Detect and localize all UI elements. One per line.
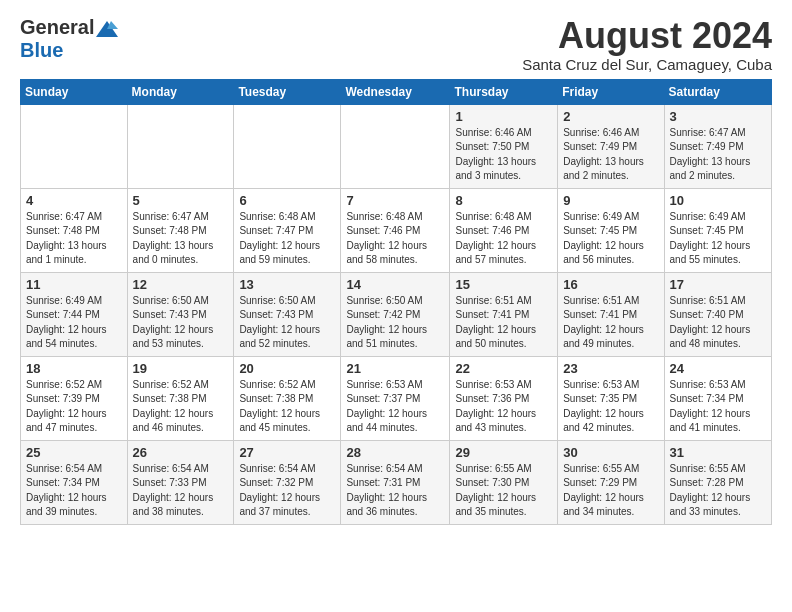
- header: General Blue August 2024 Santa Cruz del …: [20, 16, 772, 73]
- day-number: 4: [26, 193, 122, 208]
- day-info: Sunrise: 6:50 AM Sunset: 7:43 PM Dayligh…: [239, 294, 335, 352]
- calendar-cell: 18Sunrise: 6:52 AM Sunset: 7:39 PM Dayli…: [21, 356, 128, 440]
- day-number: 31: [670, 445, 766, 460]
- day-number: 23: [563, 361, 658, 376]
- calendar-cell: 12Sunrise: 6:50 AM Sunset: 7:43 PM Dayli…: [127, 272, 234, 356]
- day-header-monday: Monday: [127, 79, 234, 104]
- day-number: 9: [563, 193, 658, 208]
- day-number: 12: [133, 277, 229, 292]
- day-info: Sunrise: 6:53 AM Sunset: 7:34 PM Dayligh…: [670, 378, 766, 436]
- calendar-cell: 22Sunrise: 6:53 AM Sunset: 7:36 PM Dayli…: [450, 356, 558, 440]
- calendar-cell: 9Sunrise: 6:49 AM Sunset: 7:45 PM Daylig…: [558, 188, 664, 272]
- day-number: 29: [455, 445, 552, 460]
- calendar-cell: 8Sunrise: 6:48 AM Sunset: 7:46 PM Daylig…: [450, 188, 558, 272]
- day-number: 15: [455, 277, 552, 292]
- calendar-cell: 28Sunrise: 6:54 AM Sunset: 7:31 PM Dayli…: [341, 440, 450, 524]
- day-header-saturday: Saturday: [664, 79, 771, 104]
- day-info: Sunrise: 6:54 AM Sunset: 7:34 PM Dayligh…: [26, 462, 122, 520]
- day-info: Sunrise: 6:48 AM Sunset: 7:46 PM Dayligh…: [455, 210, 552, 268]
- day-number: 21: [346, 361, 444, 376]
- day-info: Sunrise: 6:54 AM Sunset: 7:32 PM Dayligh…: [239, 462, 335, 520]
- day-number: 26: [133, 445, 229, 460]
- day-info: Sunrise: 6:48 AM Sunset: 7:46 PM Dayligh…: [346, 210, 444, 268]
- day-info: Sunrise: 6:55 AM Sunset: 7:30 PM Dayligh…: [455, 462, 552, 520]
- calendar-week-row: 4Sunrise: 6:47 AM Sunset: 7:48 PM Daylig…: [21, 188, 772, 272]
- calendar-cell: 25Sunrise: 6:54 AM Sunset: 7:34 PM Dayli…: [21, 440, 128, 524]
- logo: General Blue: [20, 16, 118, 62]
- day-number: 20: [239, 361, 335, 376]
- day-number: 13: [239, 277, 335, 292]
- calendar-cell: 10Sunrise: 6:49 AM Sunset: 7:45 PM Dayli…: [664, 188, 771, 272]
- day-info: Sunrise: 6:52 AM Sunset: 7:39 PM Dayligh…: [26, 378, 122, 436]
- day-info: Sunrise: 6:49 AM Sunset: 7:44 PM Dayligh…: [26, 294, 122, 352]
- day-number: 2: [563, 109, 658, 124]
- day-number: 28: [346, 445, 444, 460]
- day-info: Sunrise: 6:54 AM Sunset: 7:31 PM Dayligh…: [346, 462, 444, 520]
- day-info: Sunrise: 6:53 AM Sunset: 7:36 PM Dayligh…: [455, 378, 552, 436]
- day-info: Sunrise: 6:49 AM Sunset: 7:45 PM Dayligh…: [670, 210, 766, 268]
- day-number: 11: [26, 277, 122, 292]
- calendar-cell: 19Sunrise: 6:52 AM Sunset: 7:38 PM Dayli…: [127, 356, 234, 440]
- day-number: 6: [239, 193, 335, 208]
- day-info: Sunrise: 6:46 AM Sunset: 7:49 PM Dayligh…: [563, 126, 658, 184]
- day-header-tuesday: Tuesday: [234, 79, 341, 104]
- day-number: 25: [26, 445, 122, 460]
- day-number: 30: [563, 445, 658, 460]
- day-header-sunday: Sunday: [21, 79, 128, 104]
- calendar-cell: 13Sunrise: 6:50 AM Sunset: 7:43 PM Dayli…: [234, 272, 341, 356]
- calendar-cell: 24Sunrise: 6:53 AM Sunset: 7:34 PM Dayli…: [664, 356, 771, 440]
- day-info: Sunrise: 6:49 AM Sunset: 7:45 PM Dayligh…: [563, 210, 658, 268]
- calendar-cell: 20Sunrise: 6:52 AM Sunset: 7:38 PM Dayli…: [234, 356, 341, 440]
- title-area: August 2024 Santa Cruz del Sur, Camaguey…: [522, 16, 772, 73]
- calendar-cell: 7Sunrise: 6:48 AM Sunset: 7:46 PM Daylig…: [341, 188, 450, 272]
- day-header-friday: Friday: [558, 79, 664, 104]
- location-subtitle: Santa Cruz del Sur, Camaguey, Cuba: [522, 56, 772, 73]
- month-title: August 2024: [522, 16, 772, 56]
- day-number: 5: [133, 193, 229, 208]
- day-header-thursday: Thursday: [450, 79, 558, 104]
- calendar-cell: 29Sunrise: 6:55 AM Sunset: 7:30 PM Dayli…: [450, 440, 558, 524]
- day-info: Sunrise: 6:47 AM Sunset: 7:49 PM Dayligh…: [670, 126, 766, 184]
- calendar-cell: 15Sunrise: 6:51 AM Sunset: 7:41 PM Dayli…: [450, 272, 558, 356]
- day-info: Sunrise: 6:55 AM Sunset: 7:29 PM Dayligh…: [563, 462, 658, 520]
- day-number: 18: [26, 361, 122, 376]
- day-number: 16: [563, 277, 658, 292]
- day-info: Sunrise: 6:54 AM Sunset: 7:33 PM Dayligh…: [133, 462, 229, 520]
- calendar-cell: 26Sunrise: 6:54 AM Sunset: 7:33 PM Dayli…: [127, 440, 234, 524]
- calendar-week-row: 25Sunrise: 6:54 AM Sunset: 7:34 PM Dayli…: [21, 440, 772, 524]
- day-info: Sunrise: 6:47 AM Sunset: 7:48 PM Dayligh…: [133, 210, 229, 268]
- calendar-cell: 1Sunrise: 6:46 AM Sunset: 7:50 PM Daylig…: [450, 104, 558, 188]
- calendar-cell: 31Sunrise: 6:55 AM Sunset: 7:28 PM Dayli…: [664, 440, 771, 524]
- day-info: Sunrise: 6:50 AM Sunset: 7:42 PM Dayligh…: [346, 294, 444, 352]
- day-number: 24: [670, 361, 766, 376]
- day-number: 3: [670, 109, 766, 124]
- day-info: Sunrise: 6:46 AM Sunset: 7:50 PM Dayligh…: [455, 126, 552, 184]
- day-info: Sunrise: 6:53 AM Sunset: 7:35 PM Dayligh…: [563, 378, 658, 436]
- day-info: Sunrise: 6:51 AM Sunset: 7:41 PM Dayligh…: [455, 294, 552, 352]
- day-number: 1: [455, 109, 552, 124]
- calendar-cell: 27Sunrise: 6:54 AM Sunset: 7:32 PM Dayli…: [234, 440, 341, 524]
- day-number: 22: [455, 361, 552, 376]
- calendar-cell: 23Sunrise: 6:53 AM Sunset: 7:35 PM Dayli…: [558, 356, 664, 440]
- calendar-cell: 2Sunrise: 6:46 AM Sunset: 7:49 PM Daylig…: [558, 104, 664, 188]
- logo-blue-text: Blue: [20, 39, 63, 62]
- day-number: 7: [346, 193, 444, 208]
- day-info: Sunrise: 6:55 AM Sunset: 7:28 PM Dayligh…: [670, 462, 766, 520]
- calendar-week-row: 18Sunrise: 6:52 AM Sunset: 7:39 PM Dayli…: [21, 356, 772, 440]
- day-number: 17: [670, 277, 766, 292]
- day-number: 19: [133, 361, 229, 376]
- calendar-cell: 5Sunrise: 6:47 AM Sunset: 7:48 PM Daylig…: [127, 188, 234, 272]
- day-number: 10: [670, 193, 766, 208]
- day-number: 27: [239, 445, 335, 460]
- day-number: 14: [346, 277, 444, 292]
- day-info: Sunrise: 6:52 AM Sunset: 7:38 PM Dayligh…: [133, 378, 229, 436]
- day-info: Sunrise: 6:52 AM Sunset: 7:38 PM Dayligh…: [239, 378, 335, 436]
- calendar-cell: [341, 104, 450, 188]
- calendar-cell: 17Sunrise: 6:51 AM Sunset: 7:40 PM Dayli…: [664, 272, 771, 356]
- calendar-table: SundayMondayTuesdayWednesdayThursdayFrid…: [20, 79, 772, 525]
- calendar-cell: 14Sunrise: 6:50 AM Sunset: 7:42 PM Dayli…: [341, 272, 450, 356]
- calendar-cell: 16Sunrise: 6:51 AM Sunset: 7:41 PM Dayli…: [558, 272, 664, 356]
- calendar-cell: 30Sunrise: 6:55 AM Sunset: 7:29 PM Dayli…: [558, 440, 664, 524]
- day-number: 8: [455, 193, 552, 208]
- calendar-cell: 4Sunrise: 6:47 AM Sunset: 7:48 PM Daylig…: [21, 188, 128, 272]
